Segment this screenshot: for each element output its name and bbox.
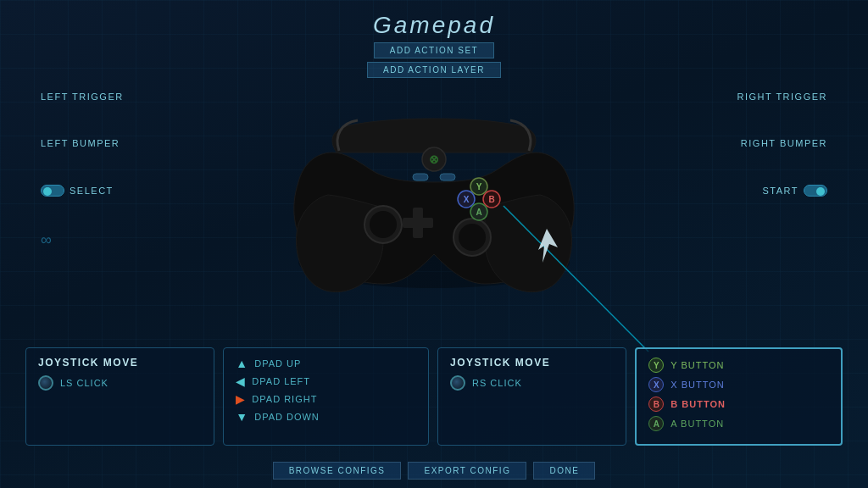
dpad-panel: ▲ DPAD UP ◀ DPAD LEFT ▶ DPAD RIGHT ▼ DPA…: [223, 347, 429, 446]
svg-rect-18: [440, 174, 455, 180]
infinity-area: ∞: [41, 231, 53, 249]
dpad-left-item: ◀ DPAD LEFT: [236, 374, 416, 388]
dpad-left-icon: ◀: [236, 374, 245, 388]
rs-click-icon: [450, 375, 465, 391]
b-button-label: B BUTTON: [670, 399, 726, 409]
y-button-label: Y BUTTON: [670, 360, 724, 370]
svg-rect-6: [403, 218, 433, 228]
dpad-right-icon: ▶: [236, 392, 245, 406]
left-bumper-label: LEFT BUMPER: [41, 138, 120, 148]
controller-svg: ⊗ Y X B A: [281, 85, 587, 305]
x-button-item: X X BUTTON: [648, 377, 829, 392]
dpad-left-label: DPAD LEFT: [252, 376, 310, 386]
bottom-panels: JOYSTICK MOVE LS CLICK ▲ DPAD UP ◀ DPAD …: [25, 347, 843, 446]
dpad-up-item: ▲ DPAD UP: [236, 357, 416, 370]
joystick-left-panel: JOYSTICK MOVE LS CLICK: [25, 347, 214, 446]
ls-click-item: LS CLICK: [38, 375, 202, 391]
select-toggle-icon: [41, 185, 64, 197]
select-area: SELECT: [41, 185, 114, 198]
add-action-layer-button[interactable]: ADD ACTION LAYER: [367, 62, 501, 78]
svg-point-4: [459, 224, 486, 251]
controller-image-area: ⊗ Y X B A: [281, 85, 587, 305]
ls-click-icon: [38, 375, 53, 391]
svg-text:A: A: [476, 208, 481, 217]
start-indicator: START: [762, 185, 827, 197]
joystick-right-panel: JOYSTICK MOVE RS CLICK: [437, 347, 626, 446]
add-action-set-button[interactable]: ADD ACTION SET: [374, 42, 494, 58]
a-button-icon: A: [648, 416, 664, 431]
joystick-left-title: JOYSTICK MOVE: [38, 357, 202, 369]
joystick-right-title: JOYSTICK MOVE: [450, 357, 614, 369]
browse-configs-button[interactable]: BROWSE CONFIGS: [273, 462, 402, 480]
x-button-icon: X: [648, 377, 664, 392]
rs-click-label: RS CLICK: [472, 378, 522, 388]
svg-text:Y: Y: [476, 182, 482, 191]
svg-point-2: [370, 211, 397, 238]
y-button-item: Y Y BUTTON: [648, 358, 829, 373]
svg-text:X: X: [464, 195, 470, 204]
svg-text:⊗: ⊗: [429, 152, 439, 166]
svg-text:B: B: [488, 195, 494, 204]
bottom-bar: BROWSE CONFIGS EXPORT CONFIG DONE: [0, 462, 868, 480]
page-title: Gamepad: [0, 12, 868, 39]
infinity-icon: ∞: [41, 231, 53, 248]
y-button-icon: Y: [648, 358, 664, 373]
select-indicator: SELECT: [41, 185, 114, 197]
header: Gamepad ADD ACTION SET ADD ACTION LAYER: [0, 0, 868, 78]
dpad-right-label: DPAD RIGHT: [252, 394, 317, 404]
start-area: START: [762, 185, 827, 197]
ls-click-label: LS CLICK: [60, 378, 108, 388]
right-bumper-label: RIGHT BUMPER: [741, 138, 827, 148]
export-config-button[interactable]: EXPORT CONFIG: [408, 462, 526, 480]
svg-rect-17: [413, 174, 428, 180]
a-button-label: A BUTTON: [670, 419, 724, 429]
right-trigger-label: RIGHT TRIGGER: [737, 92, 828, 102]
dpad-up-label: DPAD UP: [254, 358, 301, 369]
dpad-right-item: ▶ DPAD RIGHT: [236, 392, 416, 406]
rs-click-item: RS CLICK: [450, 375, 614, 391]
dpad-down-icon: ▼: [236, 410, 248, 424]
b-button-item: B B BUTTON: [648, 396, 829, 412]
b-button-icon: B: [648, 396, 664, 412]
dpad-down-item: ▼ DPAD DOWN: [236, 410, 416, 424]
dpad-up-icon: ▲: [236, 357, 248, 370]
done-button[interactable]: DONE: [533, 462, 595, 480]
select-label: SELECT: [70, 186, 114, 196]
face-buttons-panel: Y Y BUTTON X X BUTTON B B BUTTON A A BUT…: [635, 347, 843, 446]
start-toggle-icon: [804, 185, 827, 197]
left-trigger-label: LEFT TRIGGER: [41, 92, 124, 102]
a-button-item: A A BUTTON: [648, 416, 829, 431]
start-label: START: [762, 186, 798, 196]
x-button-label: X BUTTON: [670, 380, 724, 390]
dpad-down-label: DPAD DOWN: [254, 412, 320, 422]
